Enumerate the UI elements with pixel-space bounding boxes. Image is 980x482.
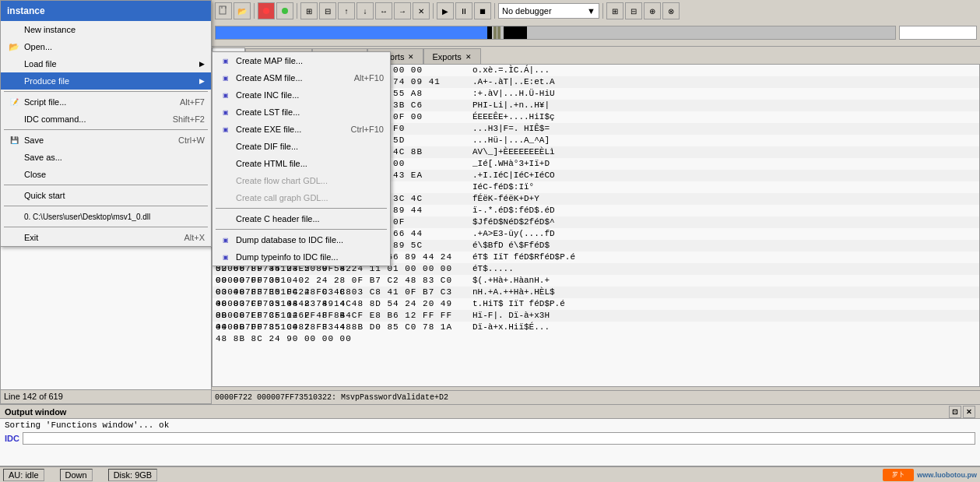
toolbar-btn-11[interactable]: ⊟ [625, 2, 642, 19]
tab-close-btn[interactable]: ✕ [465, 53, 472, 61]
menu-item-shortcut: Alt+X [184, 233, 205, 242]
toolbar-btn-9[interactable]: ✕ [413, 2, 430, 19]
menu-item-close[interactable]: Close [1, 166, 211, 183]
menu-item-label: Open... [24, 42, 52, 51]
submenu-item-dump-idc[interactable]: ▣ Dump database to IDC file... [213, 231, 390, 248]
hex-row: 000007FF73510402 24 28 0F B7 C2 48 83 C0… [213, 275, 979, 287]
toolbar-row2 [212, 22, 980, 44]
toolbar-btn-10[interactable]: ⊞ [606, 2, 623, 19]
menu-item-exit[interactable]: Exit Alt+X [1, 229, 211, 246]
dump-idc-icon: ▣ [219, 234, 233, 246]
produce-file-submenu[interactable]: ▣ Create MAP file... ▣ Create ASM file..… [212, 51, 391, 266]
hex-ascii: éT$ IïT féD$RféD$P.é [472, 252, 575, 263]
debugger-dropdown[interactable]: No debugger ▼ [498, 3, 599, 19]
flow-gdl-icon [219, 174, 233, 187]
menu-item-new-instance[interactable]: New instance [1, 21, 211, 38]
toolbar-btn-7[interactable]: ↔ [375, 2, 392, 19]
menu-item-recent[interactable]: 0. C:\Users\user\Desktop\msv1_0.dll [1, 208, 211, 225]
menu-item-save[interactable]: 💾 Save Ctrl+W [1, 132, 211, 149]
output-header-icons: ⊡ ✕ [949, 406, 975, 418]
svg-point-3 [263, 8, 269, 14]
main-menu[interactable]: instance New instance 📂 Open... Load fil… [0, 0, 212, 247]
tab-close-btn[interactable]: ✕ [407, 53, 415, 61]
submenu-item-shortcut: Alt+F10 [354, 73, 384, 83]
menu-item-shortcut: Shift+F2 [173, 114, 205, 124]
toolbar-stop-btn[interactable]: ⏹ [474, 2, 491, 19]
au-status: AU: idle [3, 469, 44, 481]
toolbar-btn-12[interactable]: ⊕ [644, 2, 661, 19]
toolbar-new-btn[interactable] [215, 2, 232, 19]
new-instance-icon [7, 23, 21, 36]
submenu-item-create-inc[interactable]: ▣ Create INC file... [213, 86, 390, 104]
submenu-item-dump-typeinfo[interactable]: ▣ Dump typeinfo to IDC file... [213, 248, 390, 266]
menu-item-load-file[interactable]: Load file ▶ [1, 55, 211, 72]
watermark-text: www.luobotou.pw [917, 471, 977, 479]
output-input-field[interactable] [23, 432, 975, 445]
hex-ascii: .A+-.àT|..E:et.A [472, 76, 555, 88]
submenu-item-create-map[interactable]: ▣ Create MAP file... [213, 52, 390, 69]
line-count-label: Line 142 of 619 [4, 392, 63, 401]
menu-item-save-as[interactable]: Save as... [1, 149, 211, 166]
toolbar-btn-4[interactable]: ⊟ [319, 2, 336, 19]
menu-item-idc-command[interactable]: IDC command... Shift+F2 [1, 111, 211, 128]
toolbar-sep-4 [494, 3, 495, 19]
submenu-item-create-html[interactable]: Create HTML file... [213, 155, 390, 172]
submenu-item-create-asm[interactable]: ▣ Create ASM file... Alt+F10 [213, 69, 390, 86]
output-header: Output window ⊡ ✕ [0, 405, 980, 419]
toolbar-btn-5[interactable]: ↑ [338, 2, 355, 19]
toolbar-btn-3[interactable]: ⊞ [300, 2, 318, 19]
menu-item-label: 0. C:\Users\user\Desktop\msv1_0.dll [24, 213, 150, 221]
new-icon [218, 5, 229, 16]
toolbar-btn-13[interactable]: ⊗ [662, 2, 680, 19]
submenu-item-label: Create call graph GDL... [236, 193, 328, 202]
menu-item-produce-file[interactable]: Produce file ▶ [1, 72, 211, 90]
output-text: Sorting 'Functions window'... ok [5, 420, 169, 430]
toolbar-area: 📂 ⊞ ⊟ ↑ ↓ ↔ → ✕ ▶ ⏸ ⏹ No debugger ▼ ⊞ ⊟ … [212, 0, 980, 47]
submenu-item-create-dif[interactable]: Create DIF file... [213, 138, 390, 155]
output-close-btn[interactable]: ✕ [963, 406, 975, 418]
menu-item-quick-start[interactable]: Quick start [1, 187, 211, 204]
hex-row: 000007FF73510442 74 14 48 8D 54 24 20 49… [213, 298, 979, 310]
hex-ascii: IéC-féD$:Iï° [472, 181, 534, 193]
toolbar-play-btn[interactable]: ▶ [437, 2, 454, 19]
submenu-item-label: Create HTML file... [236, 159, 307, 168]
menu-item-label: Produce file [24, 76, 69, 86]
toolbar-pause-btn[interactable]: ⏸ [455, 2, 472, 19]
toolbar-btn-8[interactable]: → [394, 2, 411, 19]
toolbar-open-btn[interactable]: 📂 [234, 2, 251, 19]
toolbar-btn-6[interactable]: ↓ [357, 2, 374, 19]
menu-item-open[interactable]: 📂 Open... [1, 38, 211, 55]
menu-item-script-file[interactable]: 📝 Script file... Alt+F7 [1, 93, 211, 111]
debugger-label: No debugger [502, 6, 552, 16]
toolbar-red-btn[interactable] [258, 2, 275, 19]
menu-item-label: Script file... [24, 97, 66, 107]
save-as-icon [7, 151, 21, 164]
save-icon: 💾 [7, 134, 21, 146]
menu-item-label: Load file [24, 59, 57, 69]
toolbar-green-btn[interactable] [276, 2, 293, 19]
hex-ascii: .+I.IéC|IéC+IéCO [472, 170, 555, 181]
hex-row: 000007FF73510462 48 8B CF E8 B6 12 FF FF… [213, 310, 979, 322]
menu-item-label: Quick start [24, 191, 65, 200]
au-label: AU: idle [9, 470, 39, 480]
toolbar-row1: 📂 ⊞ ⊟ ↑ ↓ ↔ → ✕ ▶ ⏸ ⏹ No debugger ▼ ⊞ ⊟ … [212, 0, 980, 22]
hex-bytes: 000007FF73510402 24 28 0F B7 C2 48 83 C0… [216, 275, 465, 287]
output-title: Output window [5, 407, 66, 417]
hex-ascii: Dï-à+x.Hiï$É... [472, 322, 550, 333]
tab-exports[interactable]: Exports ✕ [423, 48, 480, 64]
right-input[interactable] [899, 26, 977, 40]
seg3 [497, 26, 501, 39]
inc-icon: ▣ [219, 89, 233, 101]
quick-start-icon [7, 189, 21, 202]
hex-ascii: _Ié[.WHà°3+Iï+D [472, 158, 550, 170]
submenu-item-label: Dump database to IDC file... [236, 235, 343, 245]
submenu-item-create-exe[interactable]: ▣ Create EXE file... Ctrl+F10 [213, 121, 390, 138]
menu-separator-3 [4, 185, 208, 185]
output-restore-btn[interactable]: ⊡ [949, 406, 961, 418]
submenu-item-create-c-header[interactable]: Create C header file... [213, 210, 390, 227]
hex-ascii: AV\_]+ÈEEEEEEÈLì [472, 146, 555, 158]
exe-icon: ▣ [219, 123, 233, 135]
submenu-item-create-lst[interactable]: ▣ Create LST file... [213, 104, 390, 121]
disk-status: Disk: 9GB [108, 469, 158, 481]
progress-bar [215, 26, 896, 40]
